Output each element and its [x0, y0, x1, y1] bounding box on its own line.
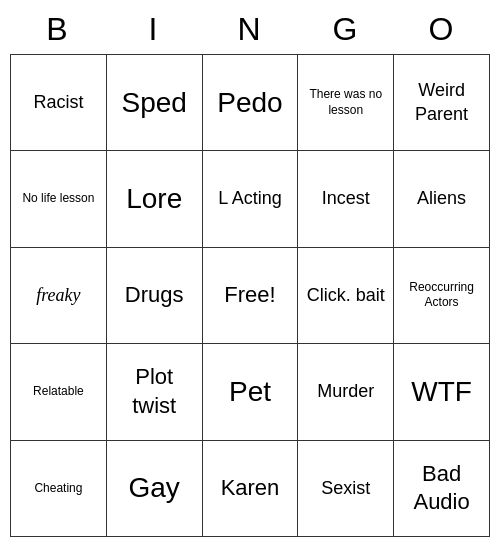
cell-3-0: Relatable	[11, 344, 107, 440]
cell-2-2: Free!	[203, 248, 299, 344]
cell-4-1: Gay	[107, 441, 203, 537]
cell-2-0: freaky	[11, 248, 107, 344]
cell-4-0: Cheating	[11, 441, 107, 537]
cell-0-0: Racist	[11, 55, 107, 151]
cell-1-4: Aliens	[394, 151, 490, 247]
cell-0-2: Pedo	[203, 55, 299, 151]
header-i: I	[106, 7, 202, 52]
bingo-grid: Racist Sped Pedo There was no lesson Wei…	[10, 54, 490, 537]
bingo-card: B I N G O Racist Sped Pedo There was no …	[10, 7, 490, 537]
cell-2-4: Reoccurring Actors	[394, 248, 490, 344]
cell-0-1: Sped	[107, 55, 203, 151]
cell-0-3: There was no lesson	[298, 55, 394, 151]
cell-3-3: Murder	[298, 344, 394, 440]
header-o: O	[394, 7, 490, 52]
header-g: G	[298, 7, 394, 52]
cell-4-4: Bad Audio	[394, 441, 490, 537]
cell-3-2: Pet	[203, 344, 299, 440]
cell-3-1: Plot twist	[107, 344, 203, 440]
cell-2-1: Drugs	[107, 248, 203, 344]
cell-0-4: Weird Parent	[394, 55, 490, 151]
header-n: N	[202, 7, 298, 52]
cell-1-3: Incest	[298, 151, 394, 247]
cell-2-3: Click. bait	[298, 248, 394, 344]
cell-1-2: L Acting	[203, 151, 299, 247]
header-b: B	[10, 7, 106, 52]
bingo-header: B I N G O	[10, 7, 490, 52]
cell-4-3: Sexist	[298, 441, 394, 537]
cell-4-2: Karen	[203, 441, 299, 537]
cell-1-0: No life lesson	[11, 151, 107, 247]
cell-1-1: Lore	[107, 151, 203, 247]
cell-3-4: WTF	[394, 344, 490, 440]
